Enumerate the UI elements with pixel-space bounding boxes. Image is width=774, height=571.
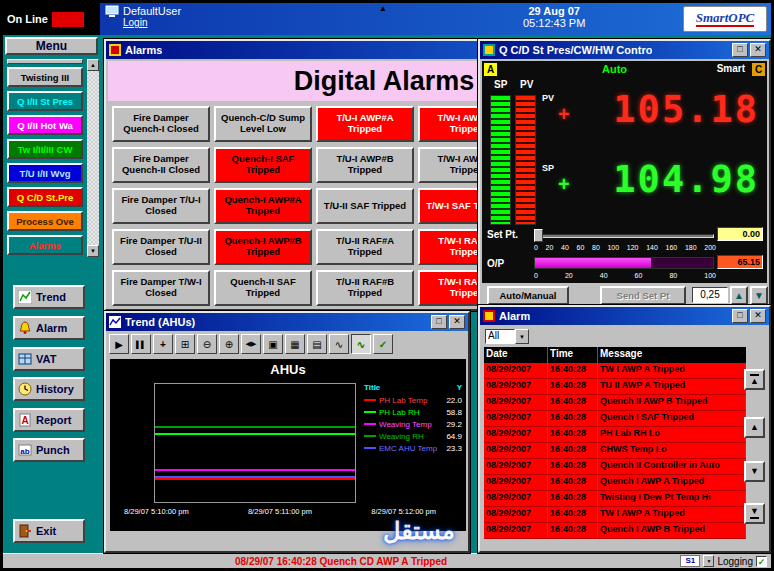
alarm-row[interactable]: 08/29/200716:40:28PH Lab RH Lo — [484, 427, 746, 443]
zoom-area-icon[interactable]: ⊞ — [175, 334, 195, 354]
scroll-to-bottom-icon[interactable]: ▼ — [744, 503, 765, 524]
apply-check-icon[interactable]: ✓ — [373, 334, 393, 354]
setpoint-slider[interactable] — [534, 229, 714, 242]
alarm-tile[interactable]: Quench-C/D Sump Level Low — [214, 106, 312, 142]
trend-maximize-icon[interactable]: □ — [431, 315, 447, 329]
auto-manual-button[interactable]: Auto/Manual — [487, 286, 569, 305]
trend-close-icon[interactable]: ✕ — [449, 315, 465, 329]
save-icon[interactable]: ▦ — [285, 334, 305, 354]
setpoint-slider-track[interactable] — [534, 234, 714, 238]
alarm-tile[interactable]: T/U-II RAF#A Tripped — [316, 229, 414, 265]
controller-maximize-icon[interactable]: □ — [732, 43, 748, 57]
alarm-tile[interactable]: Fire Damper T/U-II Closed — [112, 229, 210, 265]
alarm-list-window: Alarm □ ✕ All ▼ Date Time Message 08/29/… — [478, 305, 771, 553]
punch-button-label: Punch — [36, 444, 70, 456]
increment-icon[interactable]: ▲ — [730, 286, 748, 305]
alarm-tile[interactable]: Fire Damper T/W-I Closed — [112, 270, 210, 306]
alarm-tile[interactable]: Fire Damper Quench-II Closed — [112, 147, 210, 183]
status-dropdown-icon[interactable]: ▼ — [703, 555, 714, 567]
alarm-tile[interactable]: Quench-I AWP#B Tripped — [214, 229, 312, 265]
overview-marker-icon: ▲ — [379, 4, 387, 13]
sidebar-item-tw-cw[interactable]: Tw I/II/III CW — [7, 139, 83, 159]
play-icon[interactable]: ▶ — [109, 334, 129, 354]
sp-bar-label: SP — [494, 79, 507, 90]
sidebar-item-q-st-pres[interactable]: Q I/II St Pres — [7, 91, 83, 111]
alarm-tile[interactable]: Fire Damper Quench-I Closed — [112, 106, 210, 142]
nav-item-partial[interactable] — [7, 59, 83, 64]
alarm-list-maximize-icon[interactable]: □ — [732, 309, 748, 323]
alarm-filter-arrow-icon[interactable]: ▼ — [515, 329, 529, 344]
punch-button[interactable]: ab Punch — [13, 438, 85, 462]
exit-button[interactable]: Exit — [13, 519, 85, 543]
alarm-row[interactable]: 08/29/200716:40:28TW I AWP A Tripped — [484, 363, 746, 379]
trend-window-titlebar[interactable]: Trend (AHUs) □ ✕ — [106, 313, 468, 331]
alarm-tile[interactable]: T/U-II SAF Tripped — [316, 188, 414, 224]
alarm-tile[interactable]: Quench-I SAF Tripped — [214, 147, 312, 183]
alarm-list-titlebar[interactable]: Alarm □ ✕ — [480, 307, 769, 325]
controller-close-icon[interactable]: ✕ — [750, 43, 766, 57]
sidebar-item-q-hot-water[interactable]: Q I/II Hot Wa — [7, 115, 83, 135]
pan-icon[interactable]: ◀▶ — [241, 334, 261, 354]
zoom-in-icon[interactable]: ⊕ — [219, 334, 239, 354]
nav-scroll-up-icon[interactable]: ▲ — [87, 59, 99, 71]
exit-door-icon — [18, 524, 32, 538]
scroll-down-icon[interactable]: ▼ — [744, 461, 765, 482]
controller-window-titlebar[interactable]: Q C/D St Pres/CW/HW Contro □ ✕ — [480, 41, 769, 59]
plot-area[interactable] — [154, 383, 356, 503]
chart-mode-icon[interactable]: ∿ — [329, 334, 349, 354]
controller-window-title: Q C/D St Pres/CW/HW Contro — [499, 44, 652, 56]
alarm-row[interactable]: 08/29/200716:40:28Quench I SAF Tripped — [484, 411, 746, 427]
print-icon[interactable]: ▤ — [307, 334, 327, 354]
history-button[interactable]: History — [13, 377, 85, 401]
legend-item[interactable]: PH Lab RH58.8 — [364, 406, 462, 418]
legend-item[interactable]: PH Lab Temp22.0 — [364, 394, 462, 406]
pause-icon[interactable]: ▌▌ — [131, 334, 151, 354]
report-button[interactable]: A Report — [13, 408, 85, 432]
alarm-tile[interactable]: T/U-I AWP#B Tripped — [316, 147, 414, 183]
alarm-filter-select[interactable]: All — [485, 329, 515, 344]
alarm-tile[interactable]: T/U-II RAF#B Tripped — [316, 270, 414, 306]
decrement-icon[interactable]: ▼ — [750, 286, 768, 305]
alarm-row[interactable]: 08/29/200716:40:28TW I AWP A Tripped — [484, 507, 746, 523]
scroll-to-top-icon[interactable]: ▲ — [744, 369, 765, 390]
setpoint-slider-thumb[interactable] — [534, 229, 543, 242]
alarm-tile[interactable]: Quench-I AWP#A Tripped — [214, 188, 312, 224]
legend-item[interactable]: EMC AHU Temp23.3 — [364, 442, 462, 454]
setpoint-scale: 020406080100120140160180200 — [534, 244, 716, 251]
alarm-row[interactable]: 08/29/200716:40:28Quench I AWP B Tripped — [484, 523, 746, 539]
alarm-button[interactable]: Alarm — [13, 316, 85, 340]
sidebar-item-qcd-st-pre[interactable]: Q C/D St.Pre — [7, 187, 83, 207]
alarm-tile[interactable]: Quench-II SAF Tripped — [214, 270, 312, 306]
alarm-row[interactable]: 08/29/200716:40:28CHWS Temp Lo — [484, 443, 746, 459]
cursor-crosshair-icon[interactable]: + — [153, 334, 173, 354]
copy-icon[interactable]: ▣ — [263, 334, 283, 354]
zoom-out-icon[interactable]: ⊖ — [197, 334, 217, 354]
chart-mode-active-icon[interactable]: ∿ — [351, 334, 371, 354]
nav-scrollbar[interactable]: ▲ ▼ — [87, 59, 99, 257]
login-link[interactable]: Login — [123, 17, 181, 28]
vat-button[interactable]: VAT — [13, 347, 85, 371]
alarm-list-close-icon[interactable]: ✕ — [750, 309, 766, 323]
alarm-row[interactable]: 08/29/200716:40:28Quench II Controller i… — [484, 459, 746, 475]
legend-name-header: Title — [364, 383, 380, 392]
alarm-row[interactable]: 08/29/200716:40:28Quench I AWP A Tripped — [484, 475, 746, 491]
alarm-tile[interactable]: T/U-I AWP#A Tripped — [316, 106, 414, 142]
user-area: DefaultUser Login — [105, 5, 181, 28]
sidebar-item-tu-wvg[interactable]: T/U I/II Wvg — [7, 163, 83, 183]
sidebar-item-twisting-iii[interactable]: Twisting III — [7, 67, 83, 87]
legend-item[interactable]: Weaving RH64.9 — [364, 430, 462, 442]
nav-scroll-down-icon[interactable]: ▼ — [87, 245, 99, 257]
alarm-row[interactable]: 08/29/200716:40:28TU II AWP A Tripped — [484, 379, 746, 395]
send-setpoint-button[interactable]: Send Set Pt — [600, 286, 686, 305]
legend-item[interactable]: Weaving Temp29.2 — [364, 418, 462, 430]
alarm-row[interactable]: 08/29/200716:40:28Quench II AWP B Trippe… — [484, 395, 746, 411]
sidebar-item-alarms[interactable]: Alarms — [7, 235, 83, 255]
sidebar-item-process-overview[interactable]: Process Ove — [7, 211, 83, 231]
trend-button[interactable]: Trend — [13, 285, 85, 309]
alarm-row[interactable]: 08/29/200716:40:28Twisting I Dew Pt Temp… — [484, 491, 746, 507]
nav-scroll-track[interactable] — [87, 71, 99, 245]
alarm-tile[interactable]: Fire Damper T/U-I Closed — [112, 188, 210, 224]
current-user-label: DefaultUser — [123, 5, 181, 17]
scroll-up-icon[interactable]: ▲ — [744, 417, 765, 438]
logging-checkbox[interactable]: ✓ — [756, 556, 767, 567]
